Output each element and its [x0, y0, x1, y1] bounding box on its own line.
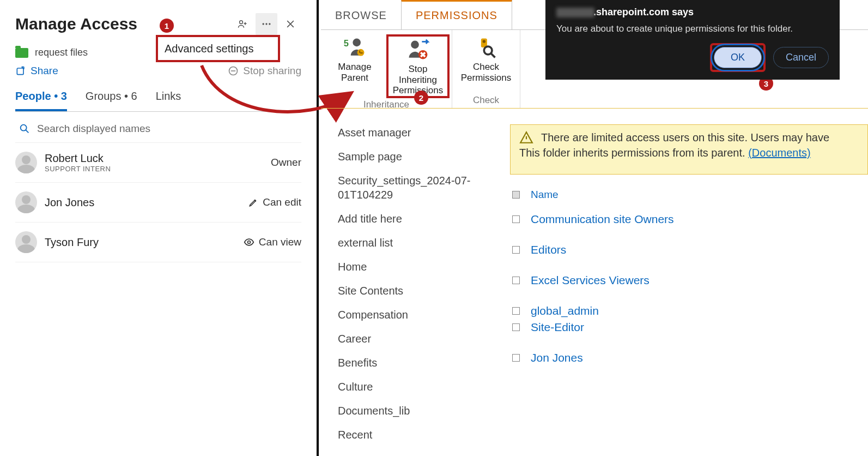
- browser-confirm-dialog: .sharepoint.com says You are about to cr…: [545, 0, 840, 80]
- svg-point-7: [247, 241, 250, 244]
- row-checkbox[interactable]: [512, 307, 520, 315]
- ribbon-tab-permissions[interactable]: PERMISSIONS: [401, 0, 512, 29]
- person-row[interactable]: Jon Jones Can edit: [15, 183, 301, 223]
- svg-point-0: [240, 21, 243, 24]
- person-name: Robert Luck: [45, 152, 111, 165]
- row-checkbox[interactable]: [512, 277, 520, 284]
- warning-icon: [519, 130, 533, 145]
- permissions-table: Name Communication site Owners Editors E…: [512, 185, 868, 373]
- svg-point-3: [269, 23, 270, 25]
- step-badge-1: 1: [160, 19, 174, 33]
- svg-point-10: [357, 49, 365, 56]
- nav-link[interactable]: Asset manager: [338, 125, 496, 140]
- svg-point-2: [265, 23, 267, 25]
- group-link[interactable]: Jon Jones: [531, 351, 583, 364]
- nav-link[interactable]: Culture: [338, 380, 496, 394]
- svg-point-6: [21, 125, 27, 131]
- row-checkbox[interactable]: [512, 354, 520, 362]
- stop-inheriting-icon: [405, 37, 431, 63]
- group-inheritance-label: Inheritance: [363, 98, 409, 111]
- avatar: [15, 231, 37, 253]
- more-options-button[interactable]: [256, 13, 277, 35]
- svg-rect-12: [360, 52, 363, 53]
- group-link[interactable]: Communication site Owners: [531, 213, 674, 226]
- manage-parent-icon: 5: [343, 34, 367, 61]
- nav-link[interactable]: Recent: [338, 428, 496, 442]
- svg-rect-11: [359, 51, 360, 53]
- tab-links[interactable]: Links: [156, 90, 181, 111]
- person-row[interactable]: Tyson Fury Can view: [15, 223, 301, 262]
- nav-link[interactable]: Documents_lib: [338, 404, 496, 418]
- person-row[interactable]: Robert Luck SUPPORT INTERN Owner: [15, 143, 301, 183]
- svg-point-18: [483, 40, 486, 43]
- group-check-label: Check: [473, 94, 499, 107]
- share-label: Share: [31, 65, 58, 77]
- step-badge-2: 2: [414, 91, 428, 105]
- svg-point-1: [263, 23, 264, 25]
- column-header-name[interactable]: Name: [531, 189, 559, 201]
- nav-link[interactable]: Career: [338, 332, 496, 346]
- stop-sharing-label: Stop sharing: [243, 65, 301, 77]
- manage-access-title: Manage Access: [15, 15, 137, 33]
- grant-access-icon[interactable]: [232, 13, 253, 35]
- person-role[interactable]: Can view: [244, 236, 301, 248]
- svg-point-13: [411, 41, 419, 49]
- share-button[interactable]: Share: [15, 65, 58, 77]
- cmd-check-permissions-label: Check Permissions: [456, 62, 517, 83]
- cmd-check-permissions[interactable]: Check Permissions: [454, 34, 518, 83]
- warning-banner: There are limited access users on this s…: [510, 124, 868, 175]
- nav-link[interactable]: Compensation: [338, 308, 496, 322]
- ribbon-tab-browse[interactable]: BROWSE: [321, 2, 401, 29]
- search-input[interactable]: [37, 123, 301, 135]
- nav-link[interactable]: Benefits: [338, 356, 496, 370]
- folder-name: request files: [35, 47, 88, 58]
- warning-parent-link[interactable]: (Documents): [748, 147, 810, 159]
- cmd-manage-parent[interactable]: 5 Manage Parent: [323, 34, 386, 98]
- dialog-title: .sharepoint.com says: [556, 7, 829, 18]
- row-checkbox[interactable]: [512, 246, 520, 254]
- cmd-manage-parent-label: Manage Parent: [324, 62, 385, 83]
- advanced-settings-label: Advanced settings: [165, 43, 253, 55]
- avatar: [15, 191, 37, 213]
- site-nav: Asset managerSample pageSecurity_setting…: [338, 125, 496, 442]
- person-name: Jon Jones: [45, 196, 94, 209]
- nav-link[interactable]: Add title here: [338, 212, 496, 226]
- dialog-cancel-button[interactable]: Cancel: [773, 47, 829, 68]
- close-button[interactable]: [280, 13, 301, 35]
- tab-groups[interactable]: Groups • 6: [86, 90, 137, 111]
- nav-link[interactable]: external list: [338, 236, 496, 250]
- table-row: Editors: [512, 235, 868, 265]
- person-name: Tyson Fury: [45, 236, 99, 249]
- cmd-stop-inheriting[interactable]: Stop Inheriting Permissions: [386, 34, 450, 98]
- dialog-ok-button[interactable]: OK: [714, 47, 762, 68]
- person-role[interactable]: Owner: [271, 157, 301, 169]
- tab-people[interactable]: People • 3: [15, 90, 67, 111]
- avatar: [15, 152, 37, 173]
- blurred-domain: [556, 8, 594, 17]
- group-link[interactable]: Editors: [531, 243, 566, 256]
- search-icon: [19, 123, 31, 135]
- svg-rect-4: [17, 68, 23, 75]
- row-checkbox[interactable]: [512, 215, 520, 223]
- select-all-checkbox[interactable]: [512, 191, 520, 199]
- svg-point-19: [484, 46, 492, 55]
- row-checkbox[interactable]: [512, 323, 520, 331]
- svg-text:5: 5: [344, 38, 349, 48]
- advanced-settings-menu-item[interactable]: Advanced settings: [156, 35, 280, 62]
- nav-link[interactable]: Home: [338, 260, 496, 274]
- stop-sharing-button[interactable]: Stop sharing: [228, 65, 301, 77]
- group-link[interactable]: Excel Services Viewers: [531, 274, 650, 287]
- group-link[interactable]: Site-Editor: [531, 321, 584, 334]
- table-row: Site-Editor: [512, 321, 868, 343]
- nav-link[interactable]: Site Contents: [338, 284, 496, 298]
- nav-link[interactable]: Security_settings_2024-07-01T104229: [338, 173, 496, 202]
- nav-link[interactable]: Sample page: [338, 149, 496, 164]
- svg-point-9: [353, 39, 361, 47]
- check-permissions-icon: [474, 34, 498, 61]
- dialog-message: You are about to create unique permissio…: [556, 23, 829, 34]
- person-role[interactable]: Can edit: [248, 196, 301, 208]
- table-row: Excel Services Viewers: [512, 265, 868, 296]
- warning-line1: There are limited access users on this s…: [541, 131, 829, 144]
- person-subtitle: SUPPORT INTERN: [45, 165, 111, 173]
- group-link[interactable]: global_admin: [531, 304, 599, 317]
